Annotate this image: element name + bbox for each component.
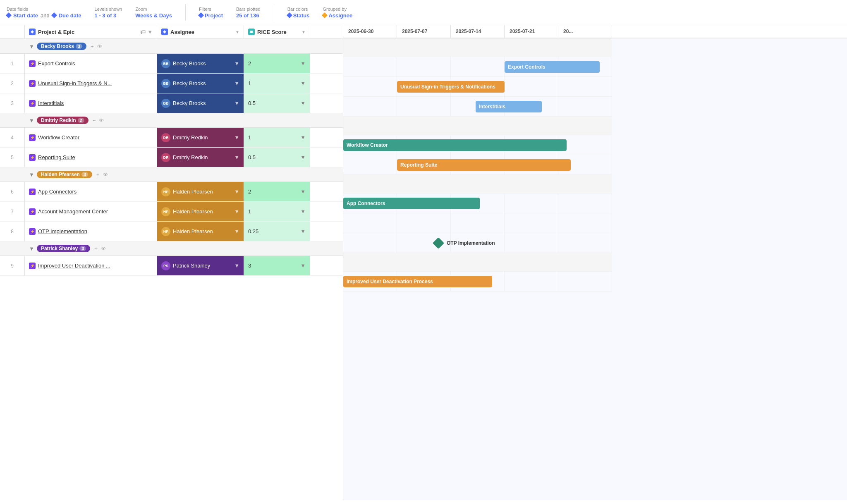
assignee-select-5[interactable]: DR Dmitriy Redkin ▼ [157,148,244,167]
assignee-dropdown-arrow-6[interactable]: ▼ [234,189,239,195]
gantt-bar-5[interactable]: Reporting Suite [397,159,571,171]
row-project-6: ⚡ App Connectors [25,182,157,201]
group-hide-2[interactable]: 👁 [103,172,108,178]
project-tag-icon[interactable]: 🏷 [140,29,146,35]
assignee-select-9[interactable]: PS Patrick Shanley ▼ [157,256,244,275]
gantt-bar-6[interactable]: App Connectors [343,198,480,209]
due-date-text[interactable]: Due date [59,12,81,19]
task-icon-2: ⚡ [29,80,36,87]
task-link-6[interactable]: App Connectors [38,189,77,195]
gantt-cell-7-4 [558,213,612,233]
group-pill-3[interactable]: Patrick Shanley 3 [37,245,91,252]
gantt-bar-4[interactable]: Workflow Creator [343,139,567,151]
row-assignee-9[interactable]: PS Patrick Shanley ▼ [157,256,244,275]
assignee-dropdown-arrow-7[interactable]: ▼ [234,208,239,215]
assignee-dropdown-arrow-3[interactable]: ▼ [234,100,239,106]
gantt-bar-9[interactable]: Improved User Deactivation Process [343,276,492,287]
assignee-select-4[interactable]: DR Dmitriy Redkin ▼ [157,128,244,147]
group-add-1[interactable]: + [93,117,96,124]
task-link-1[interactable]: Export Controls [38,60,75,67]
assignee-select-1[interactable]: BB Becky Brooks ▼ [157,54,244,73]
row-assignee-6[interactable]: HP Halden Pfearsen ▼ [157,182,244,201]
task-link-3[interactable]: Interstitials [38,100,64,106]
rice-column-header[interactable]: RICE Score ▼ [244,25,310,38]
assignee-select-7[interactable]: HP Halden Pfearsen ▼ [157,202,244,221]
assignee-col-arrow[interactable]: ▼ [235,30,239,34]
row-project-8: ⚡ OTP Implementation [25,222,157,241]
group-actions-0: + 👁 [91,43,103,50]
grouped-label: Grouped by [323,7,352,12]
row-num-2: 2 [0,74,25,93]
gantt-bar-2[interactable]: Unusual Sign-in Triggers & Notifications [397,81,505,93]
row-rice-3: 0.5 ▼ [244,93,310,113]
assignee-dropdown-arrow-2[interactable]: ▼ [234,80,239,86]
group-header-0: ▼ Becky Brooks 3 + 👁 [0,39,343,54]
gantt-bar-3[interactable]: Interstitials [476,101,542,112]
row-assignee-8[interactable]: HP Halden Pfearsen ▼ [157,222,244,241]
group-pill-2[interactable]: Halden Pfearsen 3 [37,171,92,178]
group-header-3: ▼ Patrick Shanley 3 + 👁 [0,241,343,256]
row-assignee-4[interactable]: DR Dmitriy Redkin ▼ [157,128,244,147]
rice-dropdown-arrow-5[interactable]: ▼ [300,154,306,160]
group-add-2[interactable]: + [96,172,100,178]
start-date-text[interactable]: Start date [13,12,38,19]
assignee-select-6[interactable]: HP Halden Pfearsen ▼ [157,182,244,201]
task-link-2[interactable]: Unusual Sign-in Triggers & N... [38,80,112,86]
filters-value[interactable]: Project [199,12,223,19]
rice-col-arrow[interactable]: ▼ [301,30,306,34]
group-add-0[interactable]: + [91,43,94,50]
gantt-bar-1[interactable]: Export Controls [505,61,600,73]
row-assignee-1[interactable]: BB Becky Brooks ▼ [157,54,244,73]
group-hide-1[interactable]: 👁 [99,117,104,124]
bar-colors-value[interactable]: Status [287,12,310,19]
rice-dropdown-arrow-4[interactable]: ▼ [300,134,306,141]
group-add-3[interactable]: + [94,246,98,252]
rice-dropdown-arrow-2[interactable]: ▼ [300,80,306,86]
rice-dropdown-arrow-3[interactable]: ▼ [300,100,306,106]
row-assignee-7[interactable]: HP Halden Pfearsen ▼ [157,202,244,221]
group-toggle-3[interactable]: ▼ [29,246,34,252]
assignee-column-header[interactable]: Assignee ▼ [157,25,244,38]
filters-value-text: Project [205,12,223,19]
row-num-1: 1 [0,54,25,73]
task-link-4[interactable]: Workflow Creator [38,134,79,141]
gantt-cell-8-3 [505,233,558,253]
project-column-header[interactable]: Project & Epic 🏷 ▼ [25,25,157,38]
bars-value[interactable]: 25 of 136 [236,12,261,19]
task-link-7[interactable]: Account Management Center [38,208,108,215]
group-pill-0[interactable]: Becky Brooks 3 [37,43,86,50]
rice-dropdown-arrow-8[interactable]: ▼ [300,228,306,234]
filters-label: Filters [199,7,223,12]
rice-dropdown-arrow-6[interactable]: ▼ [300,189,306,195]
assignee-dropdown-arrow-4[interactable]: ▼ [234,134,239,141]
group-hide-3[interactable]: 👁 [101,246,106,252]
rice-dropdown-arrow-9[interactable]: ▼ [300,263,306,269]
row-assignee-3[interactable]: BB Becky Brooks ▼ [157,93,244,113]
grouped-value[interactable]: Assignee [323,12,352,19]
group-pill-1[interactable]: Dmitriy Redkin 2 [37,117,89,124]
project-expand-icon[interactable]: ▼ [147,29,153,35]
assignee-select-8[interactable]: HP Halden Pfearsen ▼ [157,222,244,241]
task-link-8[interactable]: OTP Implementation [38,228,87,234]
rice-dropdown-arrow-1[interactable]: ▼ [300,60,306,67]
task-link-9[interactable]: Improved User Deactivation ... [38,263,110,269]
task-link-5[interactable]: Reporting Suite [38,154,75,160]
assignee-dropdown-arrow-5[interactable]: ▼ [234,154,239,160]
levels-value-text[interactable]: 1 - 3 of 3 [95,12,117,19]
group-toggle-1[interactable]: ▼ [29,117,34,124]
gantt-bar-label-8: OTP Implementation [447,240,495,246]
row-assignee-5[interactable]: DR Dmitriy Redkin ▼ [157,148,244,167]
assignee-dropdown-arrow-1[interactable]: ▼ [234,60,239,67]
row-assignee-2[interactable]: BB Becky Brooks ▼ [157,74,244,93]
rice-dropdown-arrow-7[interactable]: ▼ [300,208,306,215]
row-rice-6: 2 ▼ [244,182,310,201]
assignee-select-3[interactable]: BB Becky Brooks ▼ [157,93,244,113]
assignee-dropdown-arrow-9[interactable]: ▼ [234,263,239,269]
group-toggle-2[interactable]: ▼ [29,172,34,178]
assignee-dropdown-arrow-8[interactable]: ▼ [234,228,239,234]
group-toggle-0[interactable]: ▼ [29,43,34,50]
zoom-value[interactable]: Weeks & Days [135,12,172,19]
group-hide-0[interactable]: 👁 [97,43,103,50]
assignee-select-2[interactable]: BB Becky Brooks ▼ [157,74,244,93]
gantt-date-3: 2025-07-21 [505,25,558,38]
